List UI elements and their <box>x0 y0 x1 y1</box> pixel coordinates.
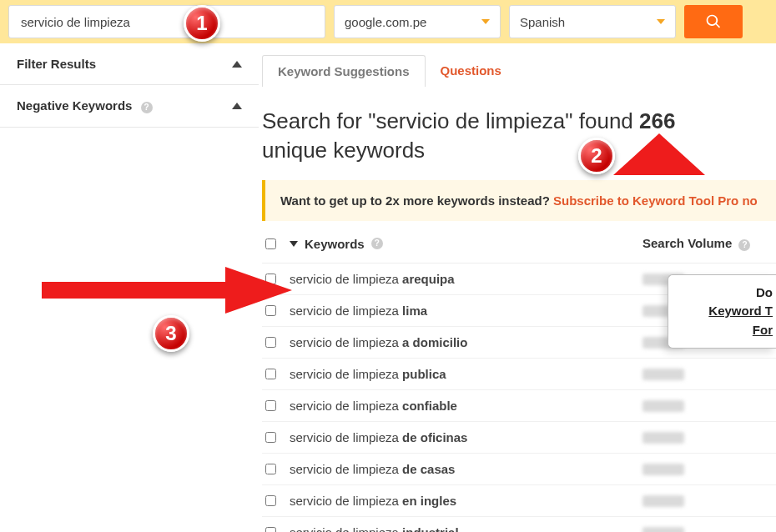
row-checkbox[interactable] <box>265 464 276 474</box>
help-icon: ? <box>371 238 383 249</box>
chevron-down-icon <box>657 19 665 24</box>
sort-desc-icon <box>290 241 298 247</box>
row-checkbox[interactable] <box>265 305 276 316</box>
negative-keywords-accordion[interactable]: Negative Keywords ? <box>0 85 259 128</box>
keyword-cell: servicio de limpieza a domicilio <box>290 335 467 349</box>
help-icon: ? <box>738 239 750 251</box>
results-heading: Search for "servicio de limpieza" found … <box>262 107 776 165</box>
volume-cell <box>642 369 776 380</box>
volume-cell <box>642 495 776 507</box>
chevron-up-icon <box>232 61 242 68</box>
row-checkbox[interactable] <box>265 400 276 411</box>
tab-keyword-suggestions[interactable]: Keyword Suggestions <box>262 55 426 87</box>
promo-text: Want to get up to 2x more keywords inste… <box>280 193 553 208</box>
chevron-down-icon <box>481 19 490 24</box>
row-checkbox[interactable] <box>265 337 276 348</box>
keyword-cell: servicio de limpieza arequipa <box>290 272 455 286</box>
volume-cell <box>642 464 776 475</box>
chevron-up-icon <box>232 103 242 109</box>
domain-dropdown[interactable]: google.com.pe <box>334 5 501 38</box>
row-checkbox[interactable] <box>265 369 276 379</box>
volume-cell <box>642 527 776 532</box>
keyword-cell: servicio de limpieza en ingles <box>290 494 456 508</box>
domain-dropdown-label: google.com.pe <box>345 15 426 29</box>
language-dropdown-label: Spanish <box>520 15 565 29</box>
help-icon: ? <box>141 102 153 113</box>
keyword-cell: servicio de limpieza lima <box>290 304 427 318</box>
tabs: Keyword Suggestions Questions <box>262 43 776 87</box>
tab-questions[interactable]: Questions <box>426 55 516 87</box>
language-dropdown[interactable]: Spanish <box>509 5 676 38</box>
search-volume-column[interactable]: Search Volume ? <box>642 236 776 251</box>
search-button[interactable] <box>684 5 743 38</box>
table-row: servicio de limpieza publica <box>262 359 776 390</box>
row-checkbox[interactable] <box>265 527 276 532</box>
table-header: Keywords ? Search Volume ? <box>262 221 776 263</box>
promo-popup: Do Keyword T For <box>668 274 776 349</box>
keyword-cell: servicio de limpieza publica <box>290 367 446 381</box>
table-row: servicio de limpieza de oficinas <box>262 422 776 454</box>
row-checkbox[interactable] <box>265 274 276 284</box>
table-row: servicio de limpieza confiable <box>262 390 776 422</box>
keyword-cell: servicio de limpieza industrial <box>290 525 459 532</box>
popup-line[interactable]: For <box>753 323 773 337</box>
search-input[interactable] <box>19 14 315 30</box>
volume-cell <box>642 400 776 412</box>
sidebar: Filter Results Negative Keywords ? <box>0 43 259 532</box>
table-row: servicio de limpieza en ingles <box>262 485 776 517</box>
top-search-bar: google.com.pe Spanish <box>0 0 776 43</box>
table-row: servicio de limpieza de casas <box>262 454 776 485</box>
keyword-cell: servicio de limpieza confiable <box>290 399 457 413</box>
volume-cell <box>642 432 776 444</box>
select-all-checkbox[interactable] <box>265 238 276 249</box>
filter-results-label: Filter Results <box>17 57 96 71</box>
subscribe-link[interactable]: Subscribe to Keyword Tool Pro no <box>553 193 758 208</box>
keywords-column-label[interactable]: Keywords <box>305 237 365 251</box>
popup-line[interactable]: Keyword T <box>708 304 773 318</box>
keyword-cell: servicio de limpieza de oficinas <box>290 430 467 444</box>
search-input-wrap <box>8 5 325 38</box>
search-icon <box>705 13 722 30</box>
negative-keywords-label: Negative Keywords ? <box>17 98 153 113</box>
row-checkbox[interactable] <box>265 495 276 506</box>
filter-results-accordion[interactable]: Filter Results <box>0 43 259 85</box>
row-checkbox[interactable] <box>265 432 276 443</box>
table-row: servicio de limpieza industrial <box>262 517 776 532</box>
popup-line: Do <box>677 284 773 303</box>
keyword-cell: servicio de limpieza de casas <box>290 462 455 476</box>
upgrade-promo: Want to get up to 2x more keywords inste… <box>262 180 776 221</box>
